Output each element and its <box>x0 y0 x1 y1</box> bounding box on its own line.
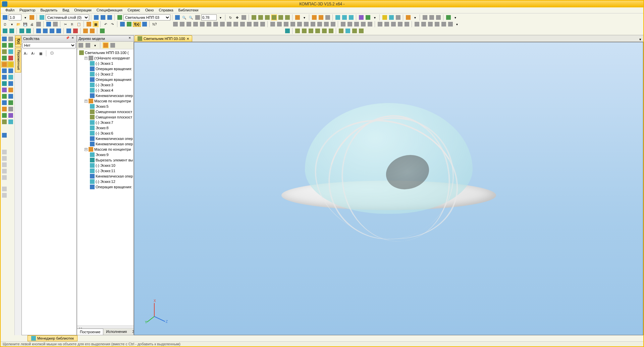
tree-node[interactable]: +Массив по концентри <box>78 147 133 152</box>
expander-icon[interactable]: + <box>85 148 88 151</box>
tree-node[interactable]: (-) Эскиз:2 <box>78 71 133 77</box>
tab-exec[interactable]: Исполнения <box>103 329 129 335</box>
measure-icon[interactable] <box>395 14 401 20</box>
sel4-icon[interactable] <box>25 28 32 34</box>
obj2-icon[interactable] <box>384 21 390 27</box>
pin-icon[interactable]: 📌 <box>65 36 70 41</box>
tree-node[interactable]: (-) Эскиз:11 <box>78 168 133 174</box>
zoom-out-icon[interactable]: 🔍 <box>188 14 194 20</box>
annot2-icon[interactable]: ▾ <box>412 14 418 20</box>
asm5-icon[interactable] <box>441 21 447 27</box>
tree-root[interactable]: Светильник НПП 03-100 ( <box>78 50 133 55</box>
filter12-icon[interactable] <box>246 21 252 27</box>
lt-25-icon[interactable] <box>1 112 7 118</box>
asm7-icon[interactable]: ▾ <box>454 21 460 27</box>
snap-icon[interactable] <box>29 14 35 20</box>
info-icon[interactable]: ⓘ <box>49 50 55 56</box>
lt-g2-icon[interactable] <box>1 155 7 161</box>
lt-g3-icon[interactable] <box>1 162 7 168</box>
shaded-icon[interactable] <box>264 14 270 20</box>
lt-26-icon[interactable] <box>8 112 14 118</box>
tree-body[interactable]: Светильник НПП 03-100 ( +(т)Начало коорд… <box>77 49 133 326</box>
doc-close-icon[interactable]: ✕ <box>186 37 189 41</box>
rotate-icon[interactable]: ↻ <box>227 14 233 20</box>
tree-node[interactable]: Эскиз:9 <box>78 152 133 157</box>
sort-asc-icon[interactable]: A↓ <box>23 50 29 56</box>
rect-icon[interactable] <box>290 21 296 27</box>
lt-24-icon[interactable] <box>8 106 14 112</box>
box8-icon[interactable] <box>345 28 351 34</box>
lt-23-icon[interactable] <box>1 106 7 112</box>
body7-icon[interactable] <box>83 28 89 34</box>
tree-node[interactable]: Эскиз:5 <box>78 104 133 109</box>
variables-tab[interactable]: Переменные <box>15 48 21 72</box>
lt-19-icon[interactable] <box>1 93 7 99</box>
box6-icon[interactable] <box>328 28 334 34</box>
tree-node[interactable]: Операция вращения: <box>78 184 133 190</box>
filter9-icon[interactable] <box>226 21 232 27</box>
bool1-icon[interactable] <box>284 28 290 34</box>
sketch-icon[interactable] <box>93 14 99 20</box>
lt-5-icon[interactable] <box>1 49 7 55</box>
lt-12-icon[interactable] <box>8 68 14 74</box>
lt-28-icon[interactable] <box>8 119 14 125</box>
undo-icon[interactable]: ↶ <box>103 21 109 27</box>
filter4-icon[interactable] <box>193 21 199 27</box>
close-icon[interactable]: ✕ <box>70 36 75 41</box>
box5-icon[interactable] <box>321 28 327 34</box>
annot-icon[interactable] <box>405 14 411 20</box>
spline-icon[interactable] <box>297 21 303 27</box>
asm4-icon[interactable] <box>434 21 440 27</box>
filter5-icon[interactable] <box>199 21 205 27</box>
asm2-icon[interactable] <box>421 21 427 27</box>
menu-file[interactable]: Файл <box>3 7 16 13</box>
zoom-window-icon[interactable] <box>195 14 201 20</box>
lt-10-icon[interactable] <box>8 61 14 67</box>
exclude-icon[interactable] <box>335 14 341 20</box>
fx-icon[interactable]: f(x) <box>133 22 141 27</box>
tree-node[interactable]: +(т)Начало координат <box>78 55 133 61</box>
expander-icon[interactable]: + <box>85 100 88 103</box>
lt-14-icon[interactable] <box>8 74 14 80</box>
orbit-icon[interactable] <box>241 14 247 20</box>
menu-window[interactable]: Окно <box>143 7 156 13</box>
menu-libraries[interactable]: Библиотеки <box>176 7 201 13</box>
tree-node[interactable]: (-) Эскиз:4 <box>78 88 133 93</box>
layer-combo[interactable]: Системный слой (0) <box>46 14 89 20</box>
grid-view-icon[interactable]: ▦ <box>38 50 44 56</box>
zoom-input[interactable] <box>201 14 217 20</box>
lt-7-icon[interactable] <box>1 55 7 61</box>
lt-3-icon[interactable] <box>1 42 7 48</box>
library-manager-tab[interactable]: Менеджер библиотек <box>28 335 77 341</box>
hatch-icon[interactable] <box>303 21 309 27</box>
lt-g7-icon[interactable] <box>1 192 7 198</box>
dropdown-icon[interactable]: ▾ <box>22 14 28 20</box>
body4-icon[interactable] <box>56 28 62 34</box>
tree-node[interactable]: (-) Эскиз:12 <box>78 179 133 184</box>
filter10-icon[interactable] <box>233 21 239 27</box>
lt-13-icon[interactable] <box>1 74 7 80</box>
lt-g4-icon[interactable] <box>1 168 7 174</box>
tree-node[interactable]: Операция вращения: <box>78 77 133 82</box>
tree-node[interactable]: Кинематическая опер <box>78 93 133 98</box>
lib-icon[interactable] <box>119 21 125 27</box>
doc-dropdown-icon[interactable]: ▾ <box>637 37 643 42</box>
sel3-icon[interactable] <box>19 28 25 34</box>
tree-node[interactable]: (-) Эскиз:6 <box>78 131 133 136</box>
lt-16-icon[interactable] <box>8 81 14 87</box>
body9-icon[interactable] <box>99 28 105 34</box>
preview-icon[interactable] <box>36 21 42 27</box>
tree-node[interactable]: Смещенная плоскост <box>78 109 133 114</box>
filter6-icon[interactable] <box>206 21 212 27</box>
asm6-icon[interactable] <box>447 21 453 27</box>
asm3-icon[interactable] <box>427 21 433 27</box>
tree-mode1-icon[interactable] <box>78 42 84 48</box>
filter7-icon[interactable] <box>213 21 219 27</box>
geom-icon[interactable] <box>323 21 329 27</box>
simplify-icon[interactable] <box>341 14 347 20</box>
wireframe-icon[interactable] <box>251 14 257 20</box>
save-icon[interactable]: 💾 <box>22 21 28 27</box>
geom2-icon[interactable] <box>330 21 336 27</box>
shaded-edges-icon[interactable] <box>271 14 277 20</box>
filter2-icon[interactable] <box>179 21 185 27</box>
